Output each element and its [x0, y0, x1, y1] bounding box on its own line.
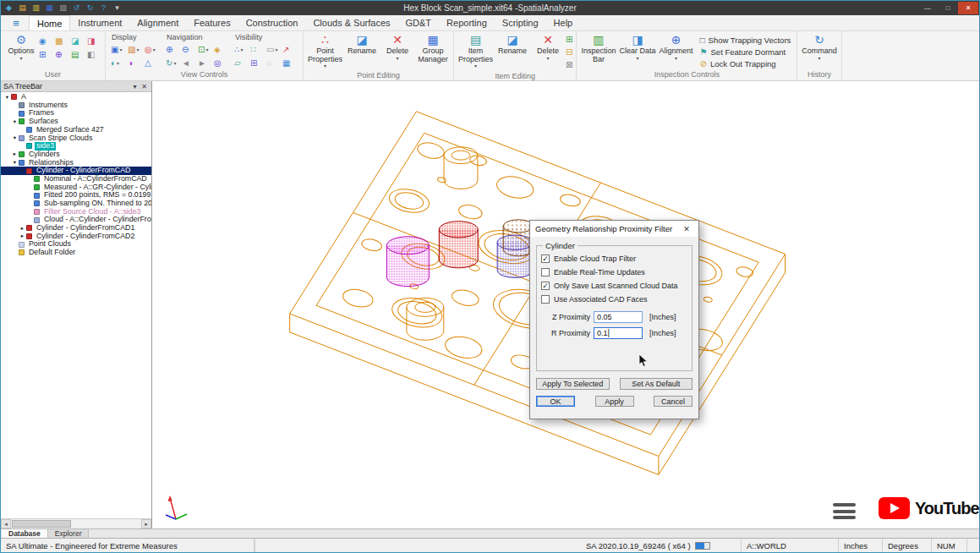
- delete-items-button[interactable]: ✕ Delete ▾: [530, 32, 566, 63]
- tab-scripting[interactable]: Scripting: [495, 15, 546, 30]
- background-icon[interactable]: ▨ ▾: [128, 43, 144, 56]
- tree-item[interactable]: Merged Surface 427: [1, 126, 151, 134]
- menu-icon[interactable]: [833, 501, 856, 521]
- expand-icon[interactable]: ▸: [19, 233, 26, 239]
- redo-icon[interactable]: ↻: [84, 3, 96, 14]
- rename-items-button[interactable]: ◪ Rename: [495, 32, 530, 57]
- render-style-icon[interactable]: ◐ ▾: [111, 57, 127, 69]
- toggle-grid-icon[interactable]: ▦: [282, 57, 298, 69]
- tab-explorer[interactable]: Explorer: [48, 529, 90, 538]
- pencil-icon[interactable]: ◪: [71, 35, 86, 47]
- expand-icon[interactable]: ▾: [11, 119, 19, 125]
- treebar-close-icon[interactable]: ✕: [140, 83, 149, 90]
- lighting-icon[interactable]: ◑: [128, 57, 144, 69]
- save-icon[interactable]: ▦: [43, 3, 56, 14]
- status-angle-units[interactable]: Degrees: [883, 539, 932, 552]
- minimize-button[interactable]: —: [917, 2, 938, 14]
- maximize-button[interactable]: □: [938, 2, 958, 14]
- scrollbar-track[interactable]: [11, 519, 141, 528]
- command-history-button[interactable]: ↻ Command ▾: [800, 32, 839, 63]
- customize-toolbar-icon[interactable]: ▾: [111, 3, 123, 14]
- colors-icon[interactable]: ▩: [55, 35, 70, 47]
- apply-to-selected-button[interactable]: Apply To Selected: [536, 378, 610, 390]
- previous-view-icon[interactable]: ◄: [182, 57, 197, 69]
- open-file-icon[interactable]: ▥: [30, 3, 42, 14]
- tab-gdt[interactable]: GD&T: [398, 15, 440, 30]
- grid-icon[interactable]: ⊞: [39, 48, 54, 61]
- zoom-fit-icon[interactable]: ⊡ ▾: [198, 43, 213, 56]
- alignment-inspection-button[interactable]: ⊕ Alignment ▾: [658, 32, 695, 63]
- tree-item[interactable]: Default Folder: [1, 249, 151, 257]
- help-icon[interactable]: ?: [97, 3, 110, 14]
- layers-icon[interactable]: ▤: [71, 48, 86, 61]
- item-properties-button[interactable]: ▤ Item Properties ▾: [457, 32, 495, 70]
- tree-item[interactable]: Frames: [1, 109, 151, 118]
- expand-icon[interactable]: ▾: [19, 168, 26, 174]
- checkbox-icon[interactable]: ✓: [541, 255, 550, 263]
- copy-item-icon[interactable]: ⊞: [566, 34, 573, 46]
- ribbon-menu-icon[interactable]: ≡: [3, 16, 29, 30]
- field-input[interactable]: 0.1 |: [594, 327, 643, 339]
- pan-icon[interactable]: ◈: [214, 43, 229, 56]
- inspection-bar-button[interactable]: ▥ Inspection Bar: [579, 32, 617, 64]
- perspective-icon[interactable]: △: [145, 57, 161, 69]
- tree-horizontal-scrollbar[interactable]: ◂ ▸: [1, 518, 151, 528]
- tree-item[interactable]: Point Clouds: [1, 240, 151, 249]
- only-save-last-scanned-cloud-data-checkbox[interactable]: ✓ Only Save Last Scanned Cloud Data: [541, 279, 687, 293]
- rotate-view-icon[interactable]: ↻ ▾: [166, 57, 181, 69]
- use-associated-cad-faces-checkbox[interactable]: Use Associated CAD Faces: [541, 293, 687, 306]
- new-document-icon[interactable]: ▤: [16, 3, 29, 14]
- tree-item[interactable]: ▾ Scan Stripe Clouds: [1, 134, 151, 142]
- expand-icon[interactable]: ▸: [11, 151, 19, 157]
- tab-alignment[interactable]: Alignment: [129, 15, 186, 30]
- next-view-icon[interactable]: ►: [198, 57, 213, 69]
- tab-clouds-surfaces[interactable]: Clouds & Surfaces: [305, 15, 397, 30]
- treebar-menu-icon[interactable]: ▾: [130, 83, 140, 90]
- hide-all-icon[interactable]: ◌: [266, 57, 282, 69]
- tab-features[interactable]: Features: [186, 15, 238, 30]
- status-units[interactable]: Inches: [839, 539, 883, 552]
- checkbox-icon[interactable]: [541, 295, 550, 304]
- ok-button[interactable]: OK: [536, 396, 575, 407]
- zoom-in-icon[interactable]: ⊕: [166, 43, 181, 56]
- tab-instrument[interactable]: Instrument: [70, 15, 129, 30]
- expand-icon[interactable]: ▾: [3, 95, 11, 101]
- highlight-icon[interactable]: ◎ ▾: [145, 43, 161, 56]
- tab-help[interactable]: Help: [546, 15, 581, 30]
- enable-real-time-updates-checkbox[interactable]: Enable Real-Time Updates: [541, 266, 687, 279]
- dialog-close-icon[interactable]: ✕: [680, 225, 693, 233]
- expand-icon[interactable]: ▾: [11, 135, 19, 141]
- group-manager-button[interactable]: ▦ Group Manager: [415, 32, 451, 64]
- move-item-icon[interactable]: ⊟: [566, 47, 573, 58]
- options-button[interactable]: ⚙ Options ▾: [3, 32, 39, 63]
- delete-points-button[interactable]: ✕ Delete ▾: [380, 32, 415, 63]
- tree-item[interactable]: ▸ Cylinders: [1, 151, 151, 159]
- checkbox-icon[interactable]: ✓: [541, 282, 550, 290]
- units-icon[interactable]: ◉: [39, 35, 54, 47]
- print-icon[interactable]: ▧: [57, 3, 69, 14]
- apply-button[interactable]: Apply: [595, 396, 634, 407]
- enable-cloud-trap-filter-checkbox[interactable]: ✓ Enable Cloud Trap Filter: [541, 252, 687, 266]
- close-button[interactable]: ✕: [958, 2, 978, 14]
- view-mode-icon[interactable]: ▣ ▾: [111, 43, 127, 56]
- undo-icon[interactable]: ↺: [70, 3, 83, 14]
- scroll-right-icon[interactable]: ▸: [141, 519, 151, 528]
- eraser-icon[interactable]: ◨: [87, 35, 102, 47]
- lock-out-trapping-button[interactable]: ⊘ Lock Out Trapping: [700, 59, 791, 68]
- show-trapping-vectors-checkbox[interactable]: □ Show Trapping Vectors: [700, 36, 791, 45]
- snap-icon[interactable]: ⊕: [55, 48, 70, 61]
- clear-data-button[interactable]: ◨ Clear Data ▾: [617, 32, 657, 63]
- center-view-icon[interactable]: ◎: [214, 57, 229, 69]
- show-clouds-icon[interactable]: ∷: [250, 43, 266, 56]
- lock-item-icon[interactable]: ⊠: [566, 59, 573, 71]
- tab-construction[interactable]: Construction: [238, 15, 306, 30]
- field-input[interactable]: 0.05: [594, 311, 643, 323]
- dialog-title-bar[interactable]: Geometry Relationship Proximity Filter ✕: [530, 221, 698, 237]
- visibility-grid-icon[interactable]: ⊞: [250, 57, 266, 69]
- checkbox-icon[interactable]: [541, 268, 550, 276]
- set-as-default-button[interactable]: Set As Default: [620, 378, 693, 390]
- tab-reporting[interactable]: Reporting: [439, 15, 495, 30]
- rename-points-button[interactable]: ◪ Rename: [344, 32, 380, 57]
- scroll-left-icon[interactable]: ◂: [1, 519, 11, 528]
- show-points-icon[interactable]: ∴ ▾: [234, 43, 249, 56]
